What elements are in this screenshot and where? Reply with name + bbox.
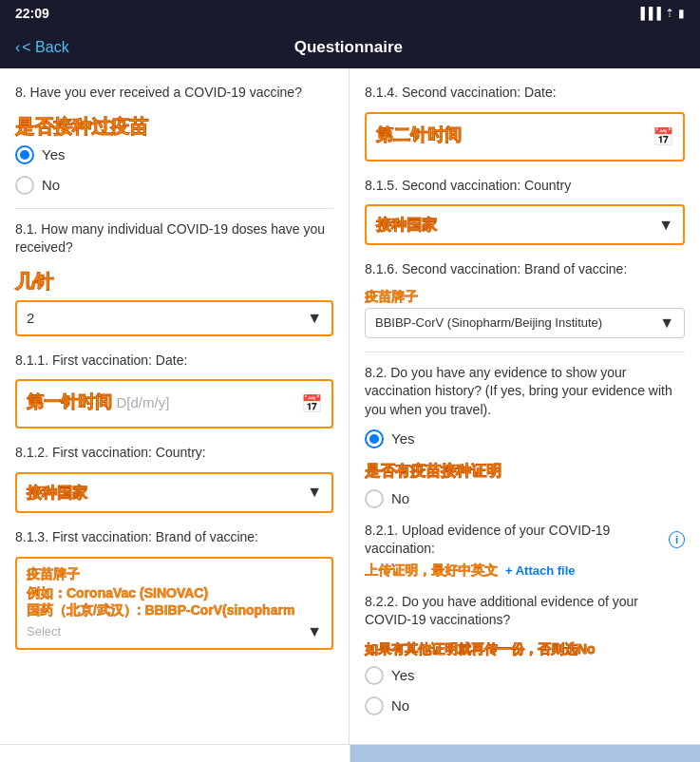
q813-input[interactable]: 疫苗牌子 例如：CoronaVac (SINOVAC) 国药（北京/武汉）: B…: [15, 557, 333, 650]
divider-1: [15, 208, 333, 209]
q811-label: 8.1.1. First vaccination: Date:: [15, 352, 333, 371]
q813-annotation2: 国药（北京/武汉）: BBIBP-CorV(sinopharm: [27, 602, 322, 619]
q813-annotation1: 例如：CoronaVac (SINOVAC): [27, 585, 322, 602]
q813-arrow-icon: ▼: [307, 623, 322, 640]
content-area: 8. Have you ever received a COVID-19 vac…: [0, 68, 700, 744]
q8-yes-label: Yes: [42, 146, 65, 162]
battery-icon: ▮: [678, 7, 685, 20]
q8-yes-radio[interactable]: [15, 145, 34, 164]
q8-block: 8. Have you ever received a COVID-19 vac…: [15, 84, 333, 195]
divider-right-1: [365, 352, 685, 352]
q821-annotation: 上传证明，最好中英文: [365, 562, 498, 580]
back-label: < Back: [22, 39, 68, 56]
q814-date-input[interactable]: 第二针时间 📅: [365, 112, 685, 162]
q822-annotation: 如果有其他证明就再传一份，否则选No: [365, 641, 596, 658]
bottom-buttons: Save and exit Next: [0, 744, 700, 762]
q822-block: 8.2.2. Do you have additional evidence o…: [365, 593, 685, 715]
q82-block: 8.2. Do you have any evidence to show yo…: [365, 364, 685, 508]
q816-brand-value: BBIBP-CorV (Sinopharm/Beijing Institute): [375, 315, 602, 330]
q812-arrow-icon: ▼: [307, 484, 322, 501]
q816-brand-dropdown[interactable]: BBIBP-CorV (Sinopharm/Beijing Institute)…: [365, 308, 685, 338]
next-button[interactable]: Next: [350, 745, 700, 762]
q81-dropdown-value: 2: [27, 310, 34, 326]
q814-block: 8.1.4. Second vaccination: Date: 第二针时间 📅: [365, 84, 685, 162]
q814-calendar-icon[interactable]: 📅: [653, 126, 673, 147]
q822-no-option[interactable]: No: [365, 696, 685, 715]
calendar-icon[interactable]: 📅: [301, 393, 322, 414]
q8-annotation: 是否接种过疫苗: [15, 114, 148, 140]
back-chevron-icon: ‹: [15, 39, 20, 56]
nav-title: Questionnaire: [69, 38, 628, 57]
q815-arrow-icon: ▼: [658, 217, 673, 234]
q821-block: 8.2.1. Upload evidence of your COVID-19 …: [365, 522, 685, 580]
q822-yes-radio[interactable]: [365, 666, 384, 685]
q81-label: 8.1. How many individual COVID-19 doses …: [15, 220, 333, 257]
q8-yes-option[interactable]: Yes: [15, 145, 333, 164]
q816-arrow-icon: ▼: [659, 314, 674, 332]
q814-label: 8.1.4. Second vaccination: Date:: [365, 84, 685, 103]
q82-yes-option[interactable]: Yes: [365, 429, 685, 448]
q813-block: 8.1.3. First vaccination: Brand of vacci…: [15, 528, 333, 650]
q821-attach-link[interactable]: + Attach file: [505, 563, 576, 578]
q82-no-radio[interactable]: [365, 489, 384, 508]
q81-annotation: 几针: [15, 269, 53, 295]
q8-no-option[interactable]: No: [15, 176, 333, 195]
q82-yes-radio[interactable]: [365, 429, 384, 448]
q81-dropdown-arrow-icon: ▼: [307, 310, 322, 327]
q814-annotation: 第二针时间: [376, 124, 462, 146]
q8-label: 8. Have you ever received a COVID-19 vac…: [15, 84, 333, 103]
q8-no-label: No: [42, 177, 60, 193]
q816-annotation: 疫苗牌子: [365, 289, 685, 306]
nav-bar: ‹ < Back Questionnaire: [0, 27, 700, 68]
q811-placeholder: D[d/m/y]: [116, 394, 169, 410]
q82-no-label: No: [391, 490, 409, 506]
q822-label: 8.2.2. Do you have additional evidence o…: [365, 593, 685, 630]
q816-block: 8.1.6. Second vaccination: Brand of vacc…: [365, 260, 685, 338]
q811-block: 8.1.1. First vaccination: Date: 第一针时间 D[…: [15, 352, 333, 429]
q8-no-radio[interactable]: [15, 176, 34, 195]
q816-label: 8.1.6. Second vaccination: Brand of vacc…: [365, 260, 685, 279]
info-icon[interactable]: i: [669, 531, 685, 548]
back-button[interactable]: ‹ < Back: [15, 39, 69, 56]
q821-upload-row: 上传证明，最好中英文 + Attach file: [365, 562, 685, 580]
q822-yes-label: Yes: [391, 667, 414, 683]
q81-dropdown[interactable]: 2 ▼: [15, 300, 333, 336]
q822-yes-option[interactable]: Yes: [365, 666, 685, 685]
q82-yes-label: Yes: [391, 430, 414, 447]
q811-annotation: 第一针时间: [27, 391, 112, 413]
q822-no-label: No: [391, 697, 409, 714]
q82-label: 8.2. Do you have any evidence to show yo…: [365, 364, 685, 420]
status-time: 22:09: [15, 6, 49, 21]
save-exit-button[interactable]: Save and exit: [0, 745, 350, 762]
q813-label: 8.1.3. First vaccination: Brand of vacci…: [15, 528, 333, 547]
q82-annotation: 是否有疫苗接种证明: [365, 462, 501, 482]
left-column: 8. Have you ever received a COVID-19 vac…: [0, 68, 350, 744]
wifi-icon: ⇡: [665, 7, 674, 20]
q815-dropdown[interactable]: 接种国家 ▼: [365, 204, 685, 245]
q812-annotation: 接种国家: [27, 484, 87, 504]
q815-annotation: 接种国家: [376, 216, 437, 236]
status-bar: 22:09 ▐▐▐ ⇡ ▮: [0, 0, 700, 27]
q811-date-input[interactable]: 第一针时间 D[d/m/y] 📅: [15, 379, 333, 429]
signal-icon: ▐▐▐: [636, 7, 661, 20]
q822-no-radio[interactable]: [365, 696, 384, 715]
right-column: 8.1.4. Second vaccination: Date: 第二针时间 📅…: [350, 68, 700, 744]
q815-label: 8.1.5. Second vaccination: Country: [365, 177, 685, 196]
q821-label: 8.2.1. Upload evidence of your COVID-19 …: [365, 522, 665, 559]
q812-dropdown[interactable]: 接种国家 ▼: [15, 472, 333, 513]
status-icons: ▐▐▐ ⇡ ▮: [636, 7, 685, 20]
q812-block: 8.1.2. First vaccination: Country: 接种国家 …: [15, 444, 333, 513]
q813-annotation-top: 疫苗牌子: [27, 566, 322, 583]
q82-no-option[interactable]: No: [365, 489, 685, 508]
q812-label: 8.1.2. First vaccination: Country:: [15, 444, 333, 463]
q81-block: 8.1. How many individual COVID-19 doses …: [15, 220, 333, 336]
q815-block: 8.1.5. Second vaccination: Country 接种国家 …: [365, 177, 685, 246]
q813-placeholder: Select: [27, 624, 61, 638]
